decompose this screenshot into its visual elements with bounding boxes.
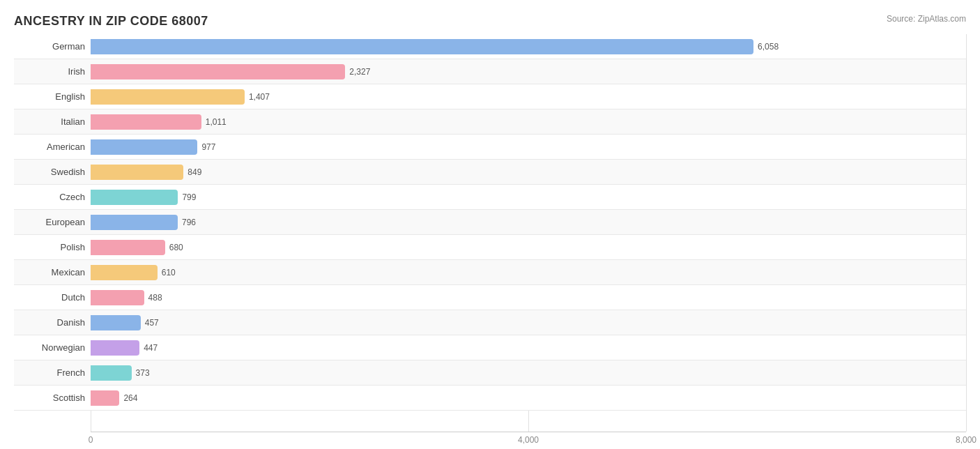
- bar-label: Polish: [14, 242, 91, 252]
- grid-line: [966, 34, 967, 432]
- x-axis: 04,0008,000: [91, 432, 966, 446]
- bar-row: German6,058: [14, 34, 966, 59]
- bar: [91, 114, 201, 130]
- bar-row: Czech799: [14, 185, 966, 210]
- bar-value: 488: [148, 293, 162, 303]
- bar-label: German: [14, 41, 91, 52]
- bar-value: 457: [145, 318, 159, 328]
- bar-track: 6,058: [91, 39, 966, 54]
- bar-track: 849: [91, 165, 966, 180]
- bar-track: 799: [91, 190, 966, 205]
- bar: [91, 139, 197, 155]
- bar: [91, 165, 183, 180]
- bar-row: American977: [14, 135, 966, 160]
- bar-row: Mexican610: [14, 260, 966, 285]
- bar-row: French373: [14, 360, 966, 386]
- bar-track: 457: [91, 315, 966, 330]
- bar-track: 2,327: [91, 64, 966, 79]
- x-axis-label: 8,000: [956, 435, 977, 445]
- bar-value: 447: [144, 343, 158, 353]
- bar-row: Polish680: [14, 235, 966, 260]
- bar-track: 610: [91, 265, 966, 280]
- bar-value: 1,011: [206, 117, 227, 127]
- x-axis-label: 4,000: [518, 435, 539, 445]
- bar-label: English: [14, 91, 91, 102]
- bar: [91, 64, 345, 79]
- bar-label: Scottish: [14, 393, 91, 403]
- bar-row: Dutch488: [14, 285, 966, 310]
- source-text: Source: ZipAtlas.com: [887, 14, 966, 24]
- x-axis-label: 0: [89, 435, 93, 445]
- bar-label: Irish: [14, 66, 91, 77]
- bar-label: Czech: [14, 192, 91, 202]
- bar-row: Swedish849: [14, 160, 966, 185]
- bar: [91, 290, 144, 305]
- bar-value: 610: [162, 268, 176, 277]
- bar-value: 796: [182, 218, 196, 227]
- bar: [91, 215, 178, 230]
- bar-track: 1,011: [91, 114, 966, 130]
- bar-track: 796: [91, 215, 966, 230]
- chart-container: ANCESTRY IN ZIP CODE 68007 Source: ZipAt…: [0, 0, 980, 449]
- bar: [91, 240, 165, 255]
- bar-row: English1,407: [14, 84, 966, 109]
- bar-row: Danish457: [14, 310, 966, 335]
- bar: [91, 39, 753, 54]
- bar-value: 849: [187, 167, 201, 177]
- bar: [91, 390, 119, 406]
- bar: [91, 190, 178, 205]
- bar-track: 1,407: [91, 89, 966, 105]
- bar-track: 373: [91, 365, 966, 381]
- bar: [91, 340, 139, 356]
- bar-track: 264: [91, 390, 966, 406]
- bar-row: Irish2,327: [14, 59, 966, 84]
- bar-row: Scottish264: [14, 386, 966, 411]
- bar-track: 488: [91, 290, 966, 305]
- bar-value: 977: [201, 142, 215, 152]
- bar-label: Swedish: [14, 167, 91, 177]
- bar-label: American: [14, 142, 91, 152]
- bar-track: 680: [91, 240, 966, 255]
- bar-label: French: [14, 367, 91, 378]
- bar-value: 1,407: [249, 92, 270, 102]
- bar-value: 6,058: [758, 42, 779, 52]
- bar: [91, 315, 141, 330]
- bar-row: Italian1,011: [14, 109, 966, 135]
- bar-label: Dutch: [14, 292, 91, 303]
- bar-label: Danish: [14, 317, 91, 328]
- bar-row: Norwegian447: [14, 335, 966, 360]
- bar-value: 2,327: [349, 67, 370, 77]
- bar-label: Norwegian: [14, 342, 91, 353]
- bar-label: European: [14, 217, 91, 227]
- bar-track: 977: [91, 139, 966, 155]
- bar: [91, 365, 132, 381]
- bar-value: 799: [182, 192, 196, 202]
- bar-label: Italian: [14, 116, 91, 127]
- chart-area: German6,058Irish2,327English1,407Italian…: [14, 34, 966, 432]
- bar-value: 373: [136, 368, 150, 378]
- bar: [91, 89, 245, 105]
- bar-track: 447: [91, 340, 966, 356]
- bar-label: Mexican: [14, 267, 91, 277]
- bar-value: 264: [123, 393, 137, 403]
- chart-title: ANCESTRY IN ZIP CODE 68007: [14, 14, 966, 29]
- bar: [91, 265, 158, 280]
- bar-value: 680: [169, 243, 183, 252]
- bar-row: European796: [14, 210, 966, 235]
